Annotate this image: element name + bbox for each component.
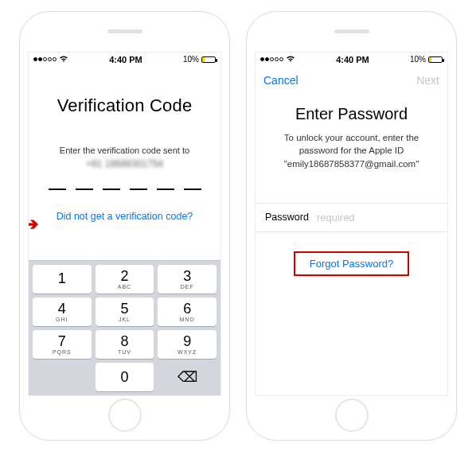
code-input[interactable] <box>29 189 220 190</box>
statusbar-time: 4:40 PM <box>336 55 369 64</box>
numeric-keypad: 1 2ABC 3DEF 4GHI 5JKL 6MNO 7PQRS 8TUV 9W… <box>29 260 220 395</box>
keypad-key-8[interactable]: 8TUV <box>96 330 154 359</box>
keypad-blank <box>33 363 92 391</box>
password-row[interactable]: Password required <box>256 203 447 232</box>
page-title: Enter Password <box>256 105 447 123</box>
battery-icon <box>428 56 443 63</box>
phone-frame-left: 4:40 PM 10% Verification Code Enter the … <box>19 11 230 441</box>
keypad-key-5[interactable]: 5JKL <box>96 297 154 326</box>
battery-icon <box>201 56 216 63</box>
next-button[interactable]: Next <box>416 74 439 87</box>
statusbar-time: 4:40 PM <box>109 55 142 64</box>
password-label: Password <box>265 212 309 223</box>
cancel-button[interactable]: Cancel <box>263 74 298 87</box>
password-field[interactable]: required <box>317 212 355 224</box>
phone-frame-right: 4:40 PM 10% Cancel Next Enter Password T… <box>246 11 457 441</box>
signal-icon <box>260 57 283 61</box>
status-bar: 4:40 PM 10% <box>256 52 447 67</box>
verification-subtitle: Enter the verification code sent to <box>29 145 220 157</box>
backspace-icon: ⌫ <box>178 368 197 386</box>
keypad-key-3[interactable]: 3DEF <box>158 265 217 294</box>
keypad-key-2[interactable]: 2ABC <box>96 265 154 294</box>
forgot-password-link[interactable]: Forgot Password? <box>294 251 410 276</box>
page-title: Verification Code <box>29 95 220 116</box>
battery-percent: 10% <box>183 55 199 64</box>
keypad-key-6[interactable]: 6MNO <box>158 297 217 326</box>
keypad-key-1[interactable]: 1 <box>33 265 92 294</box>
keypad-key-9[interactable]: 9WXYZ <box>158 330 217 359</box>
screen-verification: 4:40 PM 10% Verification Code Enter the … <box>28 52 221 396</box>
annotation-arrow-icon: ➔ <box>28 214 38 235</box>
nav-bar: Cancel Next <box>256 67 447 94</box>
signal-icon <box>33 57 57 61</box>
keypad-key-0[interactable]: 0 <box>96 363 154 391</box>
battery-percent: 10% <box>410 55 426 64</box>
keypad-key-7[interactable]: 7PQRS <box>33 330 92 359</box>
page-description: To unlock your account, enter the passwo… <box>273 131 430 171</box>
status-bar: 4:40 PM 10% <box>29 52 220 67</box>
keypad-delete[interactable]: ⌫ <box>158 363 217 391</box>
masked-phone-number: +81 18688301754 <box>29 158 220 169</box>
screen-enter-password: 4:40 PM 10% Cancel Next Enter Password T… <box>255 52 448 396</box>
resend-code-link[interactable]: Did not get a verification code? <box>29 211 220 222</box>
wifi-icon <box>286 55 295 64</box>
wifi-icon <box>59 55 68 64</box>
keypad-key-4[interactable]: 4GHI <box>33 297 92 326</box>
